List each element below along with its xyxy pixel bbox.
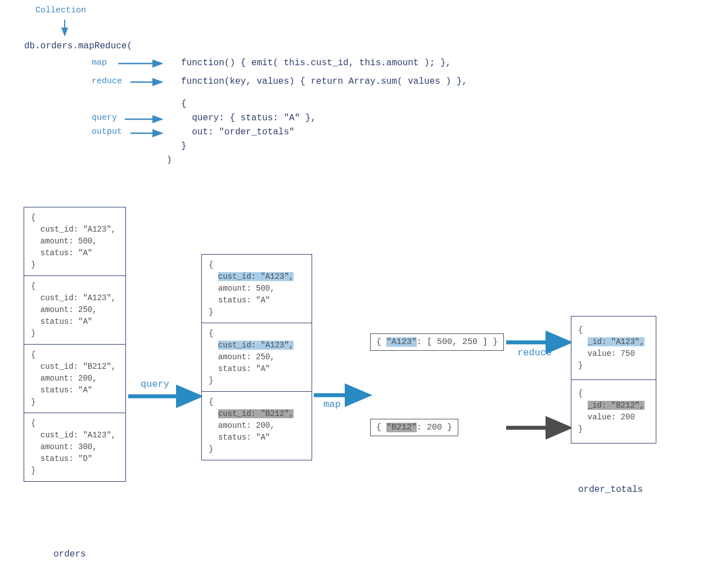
map-label: map (92, 58, 107, 67)
mapped-b212: { "B212": 200 } (370, 419, 458, 436)
map-arrow-label: map (323, 399, 341, 410)
code-query-line: query: { status: "A" }, (181, 113, 316, 123)
orders-box: { cust_id: "A123", amount: 500, status: … (24, 207, 126, 482)
orders-doc-1: { cust_id: "A123", amount: 250, status: … (24, 276, 125, 345)
output-param-label: output (92, 127, 122, 137)
collection-label: Collection (35, 6, 86, 15)
code-line-1: db.orders.mapReduce( (24, 41, 132, 51)
queried-doc-0: { cust_id: "A123", amount: 500, status: … (202, 255, 312, 323)
queried-doc-1: { cust_id: "A123", amount: 250, status: … (202, 323, 312, 392)
code-reduce-fn: function(key, values) { return Array.sum… (181, 76, 467, 87)
order-totals-caption: order_totals (578, 485, 643, 495)
code-paren-close: ) (166, 155, 172, 165)
code-map-fn: function() { emit( this.cust_id, this.am… (181, 58, 451, 68)
highlight-cust-a123-1: cust_id: "A123", (218, 272, 294, 281)
highlight-id-a123: _id: "A123", (588, 337, 645, 346)
code-brace-close: } (181, 141, 187, 151)
mapped-a123: { "A123": [ 500, 250 ] } (370, 333, 504, 351)
code-out-line: out: "order_totals" (181, 127, 295, 137)
orders-doc-0: { cust_id: "A123", amount: 500, status: … (24, 207, 125, 276)
result-doc-1: { _id: "B212", value: 200 } (571, 380, 656, 443)
code-brace-open: { (181, 99, 187, 109)
queried-box: { cust_id: "A123", amount: 500, status: … (201, 254, 312, 460)
orders-caption: orders (53, 549, 86, 559)
highlight-cust-b212: cust_id: "B212", (218, 409, 294, 418)
orders-doc-2: { cust_id: "B212", amount: 200, status: … (24, 345, 125, 413)
orders-doc-3: { cust_id: "A123", amount: 300, status: … (24, 413, 125, 481)
query-arrow-label: query (141, 379, 169, 390)
highlight-id-b212: _id: "B212", (588, 401, 645, 410)
queried-doc-2: { cust_id: "B212", amount: 200, status: … (202, 392, 312, 460)
highlight-cust-a123-2: cust_id: "A123", (218, 341, 294, 350)
reduce-arrow-label: reduce (517, 347, 552, 358)
order-totals-box: { _id: "A123", value: 750 } { _id: "B212… (571, 316, 656, 444)
result-doc-0: { _id: "A123", value: 750 } (571, 316, 656, 380)
reduce-label: reduce (92, 76, 122, 86)
query-param-label: query (92, 113, 117, 123)
